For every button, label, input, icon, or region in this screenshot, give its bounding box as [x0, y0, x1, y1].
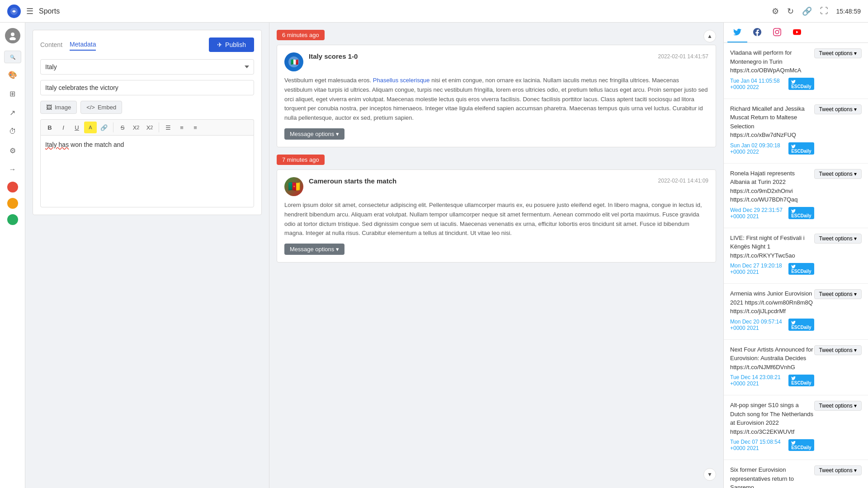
scroll-up-button[interactable]: ▲	[703, 30, 716, 42]
sidebar-icon-clock[interactable]: ⏱	[5, 124, 20, 139]
bullet-list-button[interactable]: ☰	[162, 122, 175, 133]
message-options-btn-2[interactable]: Message options ▾	[284, 244, 344, 255]
esc-badge: ESCDaily	[788, 207, 814, 219]
align-button[interactable]: ≡	[189, 122, 202, 133]
topic-select[interactable]: Italy	[40, 59, 254, 75]
sidebar-icon-share[interactable]: ↗	[5, 105, 20, 120]
hamburger-icon[interactable]: ☰	[26, 6, 33, 16]
link-icon[interactable]: 🔗	[802, 6, 812, 16]
tweet-date: Tue Dec 07 15:08:54 +0000 2021	[730, 439, 785, 451]
sidebar-circle-green[interactable]	[7, 214, 18, 225]
tab-twitter[interactable]	[727, 23, 747, 42]
tab-youtube[interactable]	[787, 23, 807, 42]
content-area: Content Metadata ✈ Publish Italy 🖼 Image	[25, 23, 868, 488]
tweet-item: Alt-pop singer S10 sings a Dutch song fo…	[724, 395, 868, 460]
message-meta-1: Italy scores 1-0 2022-02-01 14:41:57	[309, 52, 708, 60]
message-meta-2: Cameroun starts the match 2022-02-01 14:…	[309, 177, 708, 185]
tweet-item: Armenia wins Junior Eurovision 2021 http…	[724, 284, 868, 340]
tweet-text: Ronela Hajati represents Albania at Turi…	[730, 169, 814, 204]
rich-toolbar: B I U A 🔗 S X2 X2 ☰ ≡ ≡	[40, 119, 254, 135]
strikethrough-button[interactable]: S	[116, 122, 129, 133]
publish-icon: ✈	[217, 41, 222, 48]
tab-content[interactable]: Content	[40, 39, 62, 50]
bold-button[interactable]: B	[43, 122, 56, 133]
message-avatar-1: 🇮🇹	[284, 52, 303, 71]
tab-facebook[interactable]	[747, 23, 767, 42]
highlight-button[interactable]: A	[84, 122, 97, 133]
tweet-options-btn[interactable]: Tweet options ▾	[814, 289, 862, 299]
tweet-options-btn[interactable]: Tweet options ▾	[814, 401, 862, 411]
sidebar-icon-palette[interactable]: 🎨	[5, 67, 20, 82]
svg-point-2	[9, 37, 16, 40]
tab-metadata[interactable]: Metadata	[70, 39, 96, 51]
superscript-button[interactable]: X2	[130, 122, 142, 133]
link-button[interactable]: 🔗	[98, 122, 110, 133]
tweet-date: Tue Jan 04 11:05:58 +0000 2022	[730, 78, 785, 90]
esc-badge: ESCDaily	[788, 142, 814, 154]
esc-badge: ESCDaily	[788, 263, 814, 275]
esc-badge: ESCDaily	[788, 319, 814, 330]
svg-point-1	[11, 33, 14, 36]
clock: 15:48:59	[836, 8, 861, 15]
tweet-options-btn[interactable]: Tweet options ▾	[814, 104, 862, 114]
tweet-date: Mon Dec 20 09:57:14 +0000 2021	[730, 319, 785, 331]
message-header-2: 🇨🇲 Cameroun starts the match 2022-02-01 …	[284, 177, 708, 196]
user-avatar[interactable]	[5, 28, 20, 43]
tweet-item: Vladana will perform for Montenegro in T…	[724, 43, 868, 99]
message-time-2: 2022-02-01 14:41:09	[658, 178, 708, 184]
left-sidebar: 🔍 🎨 ⊞ ↗ ⏱ ⚙ →	[0, 23, 25, 488]
message-link-1[interactable]: Phasellus scelerisque	[373, 77, 430, 84]
message-card-2: 🇨🇲 Cameroun starts the match 2022-02-01 …	[277, 169, 716, 263]
scroll-down-button[interactable]: ▼	[703, 468, 716, 481]
tweet-item: Six former Eurovision representatives re…	[724, 460, 868, 488]
tweet-options-btn[interactable]: Tweet options ▾	[814, 465, 862, 475]
tweet-meta: Sun Jan 02 09:30:18 +0000 2022 ESCDaily	[730, 142, 814, 155]
image-icon: 🖼	[46, 104, 52, 111]
tweet-text: Alt-pop singer S10 sings a Dutch song fo…	[730, 401, 814, 436]
tweet-options-btn[interactable]: Tweet options ▾	[814, 169, 862, 179]
sidebar-icon-grid[interactable]: ⊞	[5, 86, 20, 101]
publish-button[interactable]: ✈ Publish	[209, 38, 254, 52]
editor-tabs: Content Metadata ✈ Publish	[40, 38, 254, 52]
underline-button[interactable]: U	[71, 122, 83, 133]
tweet-meta: Tue Jan 04 11:05:58 +0000 2022 ESCDaily	[730, 78, 814, 90]
tab-instagram[interactable]	[767, 23, 787, 42]
tweet-text: Vladana will perform for Montenegro in T…	[730, 48, 814, 75]
sidebar-circle-red[interactable]	[7, 182, 18, 192]
social-tabs	[724, 23, 868, 43]
tweet-options-btn[interactable]: Tweet options ▾	[814, 48, 862, 58]
embed-button[interactable]: </> Embed	[80, 101, 122, 114]
tweet-meta: Tue Dec 07 15:08:54 +0000 2021 ESCDaily	[730, 439, 814, 451]
esc-badge: ESCDaily	[788, 78, 814, 89]
esc-badge: ESCDaily	[788, 375, 814, 386]
ordered-list-button[interactable]: ≡	[175, 122, 188, 133]
tweet-text: LIVE: First night of Festivali i Këngës …	[730, 234, 814, 260]
sidebar-icon-settings[interactable]: ⚙	[5, 143, 20, 158]
time-badge-1: 6 minutes ago	[277, 30, 325, 40]
tweet-options-btn[interactable]: Tweet options ▾	[814, 234, 862, 244]
refresh-icon[interactable]: ↻	[787, 6, 794, 16]
image-button[interactable]: 🖼 Image	[40, 101, 77, 114]
tweet-text: Next Four Artists Announced for Eurovisi…	[730, 345, 814, 372]
tweet-item: Ronela Hajati represents Albania at Turi…	[724, 164, 868, 228]
settings-icon[interactable]: ⚙	[772, 6, 779, 16]
tweet-meta: Mon Dec 20 09:57:14 +0000 2021 ESCDaily	[730, 319, 814, 331]
title-input[interactable]	[40, 80, 254, 95]
sidebar-circle-orange[interactable]	[7, 198, 18, 209]
rich-editor[interactable]: Italy has won the match and	[40, 135, 254, 207]
message-options-btn-1[interactable]: Message options ▾	[284, 128, 344, 140]
tweet-text: Six former Eurovision representatives re…	[730, 465, 814, 488]
message-title-2: Cameroun starts the match	[309, 177, 396, 185]
sidebar-search[interactable]: 🔍	[4, 51, 21, 63]
editor-card: Content Metadata ✈ Publish Italy 🖼 Image	[33, 30, 262, 215]
topbar: ☰ Sports ⚙ ↻ 🔗 ⛶ 15:48:59	[0, 0, 868, 23]
tweet-date: Tue Dec 14 23:08:21 +0000 2021	[730, 374, 785, 387]
tweet-options-btn[interactable]: Tweet options ▾	[814, 345, 862, 355]
sidebar-icon-arrow[interactable]: →	[5, 162, 20, 177]
social-feed: Vladana will perform for Montenegro in T…	[724, 43, 868, 488]
toolbar-divider	[113, 122, 113, 132]
italic-button[interactable]: I	[57, 122, 70, 133]
fullscreen-icon[interactable]: ⛶	[820, 6, 828, 16]
subscript-button[interactable]: X2	[143, 122, 156, 133]
feed-panel: ▲ 6 minutes ago 🇮🇹 Italy scores 1-0 2022…	[269, 23, 723, 488]
